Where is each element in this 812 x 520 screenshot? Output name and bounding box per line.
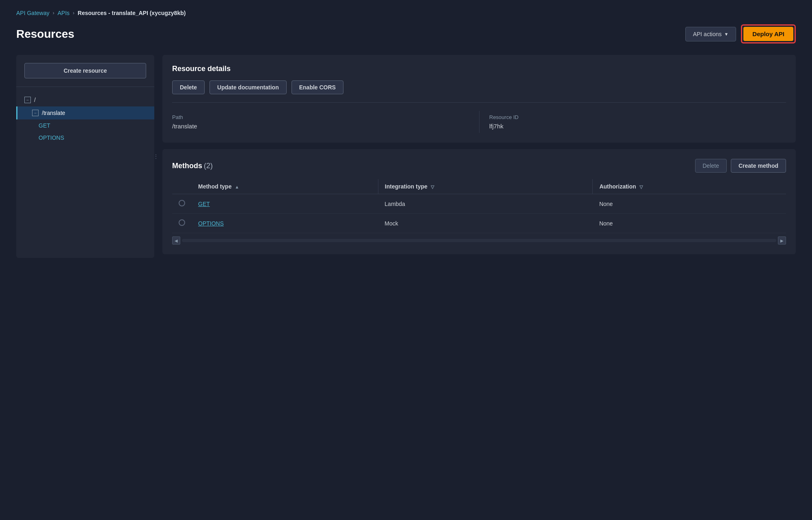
create-method-button[interactable]: Create method: [731, 159, 786, 173]
page-title: Resources: [16, 28, 74, 41]
col-method-type[interactable]: Method type ▲: [192, 179, 378, 194]
radio-get[interactable]: [179, 200, 185, 206]
resource-details-title: Resource details: [172, 65, 786, 73]
row-integration-options: Mock: [378, 214, 593, 233]
dropdown-arrow-icon: ▼: [724, 32, 728, 37]
method-link-get[interactable]: GET: [198, 201, 210, 207]
col-authorization[interactable]: Authorization ▽: [593, 179, 786, 194]
resource-details-card: Resource details Delete Update documenta…: [162, 55, 796, 143]
methods-table-body: GET Lambda None OPTIONS: [172, 194, 786, 233]
scroll-left-button[interactable]: ◀: [172, 236, 180, 245]
scroll-controls: ◀ ▶: [172, 236, 786, 245]
api-actions-label: API actions: [693, 31, 722, 37]
method-link-options[interactable]: OPTIONS: [198, 220, 224, 227]
tree-item-translate[interactable]: − /translate: [16, 106, 154, 119]
right-panel: Resource details Delete Update documenta…: [162, 55, 796, 254]
root-label: /: [34, 97, 36, 103]
methods-card: Methods (2) Delete Create method Method …: [162, 149, 796, 254]
methods-table-wrapper: Method type ▲ Integration type ▽ Authori…: [172, 179, 786, 233]
col-integration-type-label: Integration type: [385, 183, 428, 190]
integration-type-sort-icon: ▽: [431, 184, 434, 190]
breadcrumb-api-gateway[interactable]: API Gateway: [16, 10, 50, 16]
methods-title-group: Methods (2): [172, 162, 213, 170]
breadcrumb-sep-1: ›: [53, 10, 54, 16]
method-type-sort-icon: ▲: [235, 184, 239, 189]
methods-title: Methods: [172, 162, 202, 170]
path-col: Path /translate: [172, 111, 479, 133]
enable-cors-button[interactable]: Enable CORS: [292, 80, 343, 94]
methods-table-head: Method type ▲ Integration type ▽ Authori…: [172, 179, 786, 194]
row-authorization-options: None: [593, 214, 786, 233]
api-actions-button[interactable]: API actions ▼: [685, 27, 736, 41]
row-method-options: OPTIONS: [192, 214, 378, 233]
breadcrumb: API Gateway › APIs › Resources - transla…: [16, 10, 796, 16]
scroll-right-icon: ▶: [780, 238, 784, 243]
deploy-btn-wrapper: Deploy API: [741, 24, 796, 43]
resource-details-actions: Delete Update documentation Enable CORS: [172, 80, 786, 94]
table-row: OPTIONS Mock None: [172, 214, 786, 233]
deploy-api-button[interactable]: Deploy API: [743, 27, 793, 41]
breadcrumb-current: Resources - translate_API (xycugzy8kb): [78, 10, 186, 16]
translate-label: /translate: [42, 110, 65, 116]
delete-resource-button[interactable]: Delete: [172, 80, 205, 94]
row-integration-get: Lambda: [378, 194, 593, 214]
scroll-bar-area[interactable]: [182, 239, 776, 242]
row-select-options[interactable]: [172, 214, 192, 233]
scroll-left-icon: ◀: [175, 238, 178, 243]
resource-id-col: Resource ID lfj7hk: [479, 111, 786, 133]
row-authorization-get: None: [593, 194, 786, 214]
methods-header-actions: Delete Create method: [695, 159, 786, 173]
path-value: /translate: [172, 123, 479, 130]
method-get-label: GET: [39, 122, 50, 129]
row-select-get[interactable]: [172, 194, 192, 214]
methods-table: Method type ▲ Integration type ▽ Authori…: [172, 179, 786, 233]
delete-method-button[interactable]: Delete: [695, 159, 727, 173]
col-integration-type[interactable]: Integration type ▽: [378, 179, 593, 194]
resource-id-label: Resource ID: [489, 114, 786, 120]
expand-root-icon: −: [24, 97, 31, 103]
radio-options[interactable]: [179, 219, 185, 226]
col-method-type-label: Method type: [198, 183, 231, 190]
expand-translate-icon: −: [32, 110, 39, 116]
left-panel: Create resource − / − /translate GET OPT…: [16, 55, 154, 258]
create-resource-button[interactable]: Create resource: [24, 63, 146, 78]
breadcrumb-sep-2: ›: [73, 10, 74, 16]
methods-count: (2): [204, 162, 213, 170]
breadcrumb-apis[interactable]: APIs: [58, 10, 70, 16]
authorization-sort-icon: ▽: [639, 184, 643, 190]
row-method-get: GET: [192, 194, 378, 214]
col-authorization-label: Authorization: [599, 183, 636, 190]
methods-header: Methods (2) Delete Create method: [172, 159, 786, 173]
resize-handle[interactable]: ⋮: [154, 150, 158, 162]
update-documentation-button[interactable]: Update documentation: [209, 80, 287, 94]
page-header: Resources API actions ▼ Deploy API: [16, 24, 796, 43]
resource-details-grid: Path /translate Resource ID lfj7hk: [172, 102, 786, 133]
method-options-label: OPTIONS: [39, 134, 64, 141]
tree-item-method-get[interactable]: GET: [16, 119, 154, 132]
header-actions: API actions ▼ Deploy API: [685, 24, 796, 43]
table-row: GET Lambda None: [172, 194, 786, 214]
scroll-right-button[interactable]: ▶: [778, 236, 786, 245]
resource-id-value: lfj7hk: [489, 123, 786, 130]
col-select: [172, 179, 192, 194]
tree-item-method-options[interactable]: OPTIONS: [16, 132, 154, 144]
tree-divider: [16, 87, 154, 87]
main-content: Create resource − / − /translate GET OPT…: [16, 55, 796, 258]
tree-item-root[interactable]: − /: [16, 93, 154, 106]
path-label: Path: [172, 114, 479, 120]
